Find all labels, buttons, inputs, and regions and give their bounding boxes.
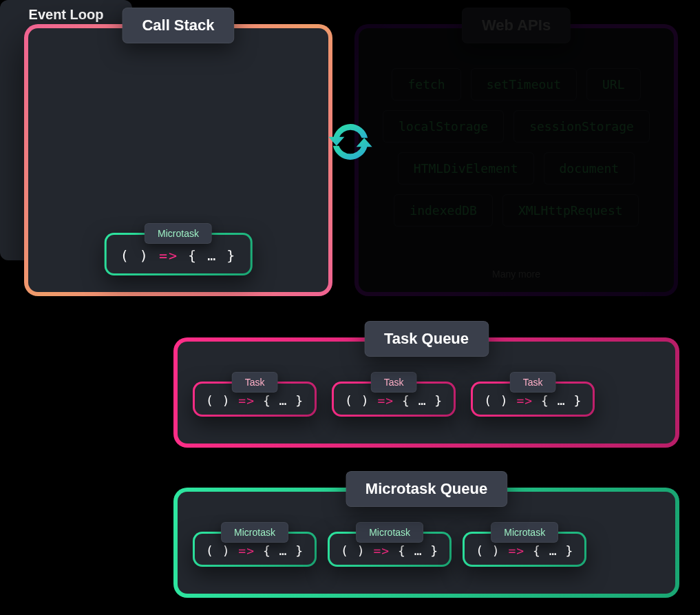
microtask-queue-panel: Microtask ( ) => { … } Microtask ( ) => … bbox=[173, 488, 679, 598]
microtask-chip: Microtask bbox=[221, 522, 288, 543]
api-item: localStorage bbox=[383, 110, 504, 143]
api-item: sessionStorage bbox=[513, 110, 650, 143]
microtask-code: ( ) => { … } bbox=[341, 543, 438, 558]
call-stack-body: Microtask ( ) => { … } bbox=[28, 28, 328, 292]
task-chip: Task bbox=[232, 372, 278, 393]
web-apis-body: fetch setTimeout URL localStorage sessio… bbox=[359, 28, 674, 292]
api-item: URL bbox=[586, 68, 641, 101]
task-item: Task ( ) => { … } bbox=[193, 382, 317, 417]
task-chip: Task bbox=[371, 372, 417, 393]
task-item: Task ( ) => { … } bbox=[332, 382, 456, 417]
web-apis-title: Web APIs bbox=[462, 8, 571, 43]
task-code: ( ) => { … } bbox=[484, 393, 582, 408]
task-chip: Task bbox=[510, 372, 556, 393]
api-item: XMLHttpRequest bbox=[502, 194, 639, 227]
microtask-chip: Microtask bbox=[491, 522, 558, 543]
loop-icon bbox=[326, 117, 375, 167]
api-item: document bbox=[544, 152, 635, 185]
api-item: indexedDB bbox=[394, 194, 493, 227]
microtask-item: Microtask ( ) => { … } bbox=[463, 532, 586, 567]
web-apis-more: Many more bbox=[359, 269, 674, 280]
frame-code: ( ) => { … } bbox=[120, 247, 237, 264]
api-item: fetch bbox=[392, 68, 460, 101]
task-code: ( ) => { … } bbox=[206, 393, 304, 408]
microtask-item: Microtask ( ) => { … } bbox=[328, 532, 452, 567]
microtask-code: ( ) => { … } bbox=[476, 543, 573, 558]
task-queue-title: Task Queue bbox=[364, 321, 489, 357]
microtask-item: Microtask ( ) => { … } bbox=[193, 532, 317, 567]
call-stack-title: Call Stack bbox=[122, 8, 234, 43]
microtask-queue-title: Microtask Queue bbox=[346, 471, 507, 507]
microtask-queue-body: Microtask ( ) => { … } Microtask ( ) => … bbox=[178, 492, 675, 594]
task-queue-panel: Task ( ) => { … } Task ( ) => { … } Task… bbox=[173, 337, 679, 448]
call-stack-panel: Microtask ( ) => { … } Call Stack bbox=[24, 24, 332, 296]
event-loop-diagram: Microtask ( ) => { … } Call Stack fetch … bbox=[0, 0, 700, 615]
api-item: HTMLDivElement bbox=[398, 152, 534, 185]
task-code: ( ) => { … } bbox=[345, 393, 443, 408]
microtask-code: ( ) => { … } bbox=[206, 543, 304, 558]
call-stack-frame: Microtask ( ) => { … } bbox=[105, 233, 253, 275]
task-item: Task ( ) => { … } bbox=[471, 382, 595, 417]
frame-chip: Microtask bbox=[145, 223, 212, 244]
microtask-chip: Microtask bbox=[356, 522, 423, 543]
web-apis-grid: fetch setTimeout URL localStorage sessio… bbox=[376, 68, 656, 227]
api-item: setTimeout bbox=[471, 68, 577, 101]
task-queue-body: Task ( ) => { … } Task ( ) => { … } Task… bbox=[178, 342, 675, 444]
web-apis-panel: fetch setTimeout URL localStorage sessio… bbox=[354, 24, 678, 296]
event-loop-title: Event Loop bbox=[0, 0, 132, 23]
